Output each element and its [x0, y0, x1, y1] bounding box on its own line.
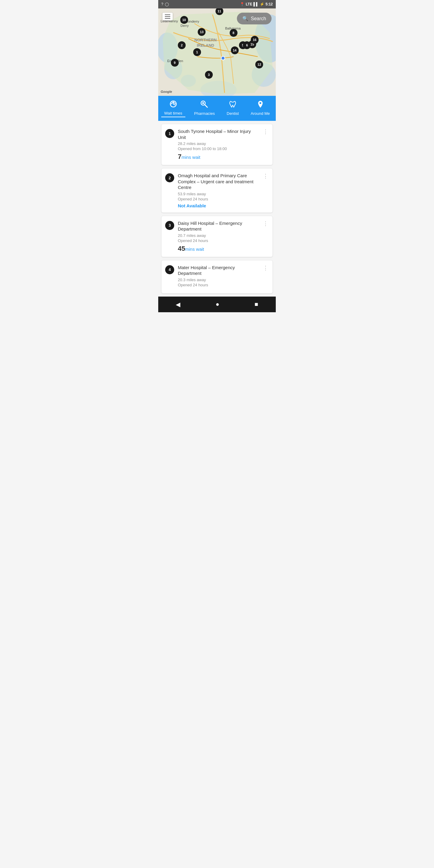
map-pin-16[interactable]: 16: [251, 36, 258, 44]
svg-point-13: [259, 102, 261, 104]
search-label: Search: [251, 16, 266, 22]
home-button[interactable]: ●: [210, 299, 225, 310]
map-pin-12[interactable]: 12: [255, 61, 263, 68]
recents-button[interactable]: ■: [248, 299, 264, 310]
back-button[interactable]: ◀: [170, 299, 186, 310]
wifi-icon: ?: [161, 2, 163, 6]
map-pin-13[interactable]: 13: [198, 28, 206, 36]
wait-time-3: 45mins wait: [178, 245, 258, 253]
map-pin-9[interactable]: 9: [171, 59, 179, 67]
northern-ireland-label: NORTHERNIRELAND: [194, 37, 217, 48]
hospital-info-1: South Tyrone Hospital – Minor Injury Uni…: [178, 128, 258, 161]
hospital-card-1[interactable]: 1 South Tyrone Hospital – Minor Injury U…: [161, 124, 273, 165]
map-pin-1[interactable]: 1: [193, 48, 201, 56]
hamburger-line-3: [165, 18, 170, 19]
hospital-card-3[interactable]: 3 Daisy Hill Hospital – Emergency Depart…: [161, 216, 273, 257]
map-pin-10[interactable]: 10: [180, 16, 188, 24]
search-button[interactable]: 🔍 Search: [237, 13, 272, 24]
wait-times-icon: [169, 100, 177, 110]
more-options-3[interactable]: ⋮: [262, 220, 269, 227]
around-me-icon: [256, 100, 264, 110]
dentist-icon: [229, 100, 237, 110]
hospital-card-4[interactable]: 4 Mater Hospital – Emergency Department …: [161, 260, 273, 293]
pharmacies-icon: [200, 100, 208, 110]
map-pin-14[interactable]: 14: [231, 46, 239, 54]
tab-dentist-label: Dentist: [227, 111, 239, 116]
tab-wait-times-label: Wait times: [164, 111, 182, 116]
hospital-number-3: 3: [165, 221, 174, 230]
wait-number-3: 45: [178, 245, 185, 252]
hospital-name-4: Mater Hospital – Emergency Department: [178, 265, 258, 276]
hospital-info-2: Omagh Hospital and Primary Care Complex …: [178, 173, 258, 208]
wait-time-1: 7mins wait: [178, 153, 258, 161]
hospital-number-1: 1: [165, 129, 174, 138]
hospital-number-2: 2: [165, 173, 174, 182]
status-bar: ? ◯ 📍 LTE ▌▌ ⚡ 5:12: [158, 0, 276, 8]
hospital-number-4: 4: [165, 265, 174, 274]
hospital-list: 1 South Tyrone Hospital – Minor Injury U…: [158, 121, 276, 293]
signal-bars: ▌▌: [253, 2, 258, 6]
status-left: ? ◯: [161, 2, 169, 6]
hospital-name-2: Omagh Hospital and Primary Care Complex …: [178, 173, 258, 190]
tab-around-me[interactable]: Around Me: [248, 99, 273, 117]
hospital-distance-3: 20.7 miles away: [178, 233, 258, 238]
hospital-info-3: Daisy Hill Hospital – Emergency Departme…: [178, 220, 258, 253]
hospital-info-4: Mater Hospital – Emergency Department 20…: [178, 265, 258, 289]
map-pin-8[interactable]: 8: [230, 29, 238, 37]
tab-bar: Wait times Pharmacies Dentist Around Me: [158, 96, 276, 121]
search-icon: 🔍: [242, 16, 248, 22]
hamburger-line-2: [165, 16, 170, 17]
google-watermark: Google: [161, 90, 172, 93]
wait-label-3: mins wait: [185, 247, 204, 252]
hospital-distance-4: 20.3 miles away: [178, 278, 258, 282]
more-options-1[interactable]: ⋮: [262, 128, 269, 135]
tab-wait-times[interactable]: Wait times: [161, 99, 185, 117]
map-area[interactable]: Letterkenny LondonderryDerry NORTHERNIRE…: [158, 8, 276, 96]
more-options-4[interactable]: ⋮: [262, 265, 269, 271]
svg-line-12: [205, 104, 207, 107]
tab-pharmacies[interactable]: Pharmacies: [191, 99, 218, 117]
not-available-2: Not Available: [178, 203, 258, 208]
hospital-name-1: South Tyrone Hospital – Minor Injury Uni…: [178, 128, 258, 140]
hospital-name-3: Daisy Hill Hospital – Emergency Departme…: [178, 220, 258, 232]
tab-around-me-label: Around Me: [251, 111, 270, 116]
current-location-dot: [221, 56, 225, 60]
hospital-distance-2: 53.9 miles away: [178, 192, 258, 196]
menu-button[interactable]: [162, 13, 173, 21]
hospital-hours-3: Opened 24 hours: [178, 239, 258, 243]
hospital-hours-4: Opened 24 hours: [178, 283, 258, 287]
hamburger-line-1: [165, 14, 170, 15]
status-right: 📍 LTE ▌▌ ⚡ 5:12: [240, 2, 273, 6]
svg-point-11: [202, 102, 204, 104]
hospital-distance-1: 28.2 miles away: [178, 141, 258, 146]
hospital-card-2[interactable]: 2 Omagh Hospital and Primary Care Comple…: [161, 168, 273, 213]
battery-icon: ⚡: [260, 2, 264, 6]
time: 5:12: [266, 2, 273, 6]
map-pin-2[interactable]: 2: [178, 41, 186, 49]
tab-dentist[interactable]: Dentist: [224, 99, 242, 117]
sim-icon: ◯: [165, 2, 169, 6]
wait-label-1: mins wait: [181, 155, 200, 160]
hospital-hours-2: Opened 24 hours: [178, 197, 258, 201]
hospital-hours-1: Opened from 10:00 to 18:00: [178, 147, 258, 151]
bottom-nav: ◀ ● ■: [158, 297, 276, 312]
tab-pharmacies-label: Pharmacies: [194, 111, 215, 116]
more-options-2[interactable]: ⋮: [262, 173, 269, 179]
lte-badge: LTE: [246, 2, 252, 6]
map-pin-3[interactable]: 3: [205, 71, 213, 79]
wait-number-1: 7: [178, 153, 181, 160]
location-icon: 📍: [240, 2, 244, 6]
